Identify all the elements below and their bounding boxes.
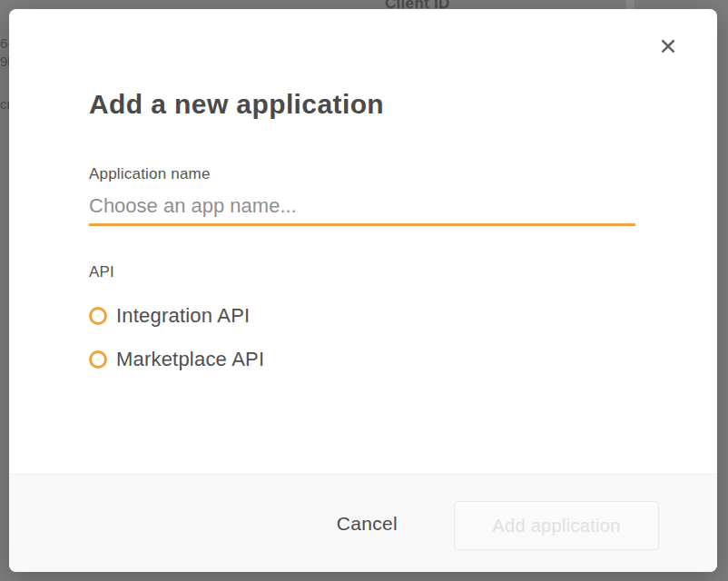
cancel-button[interactable]: Cancel <box>337 513 398 535</box>
modal-footer: Cancel Add application <box>9 474 717 572</box>
radio-unselected-icon[interactable] <box>89 307 107 325</box>
radio-option-label: Integration API <box>116 304 250 328</box>
modal-title: Add a new application <box>89 89 384 120</box>
api-label: API <box>89 263 114 281</box>
application-name-label: Application name <box>89 165 211 183</box>
radio-option-integration-api[interactable]: Integration API <box>89 304 250 328</box>
close-icon[interactable]: ✕ <box>655 34 681 60</box>
application-name-input[interactable] <box>89 189 635 226</box>
radio-option-marketplace-api[interactable]: Marketplace API <box>89 348 264 371</box>
background-column-divider <box>626 0 635 9</box>
radio-unselected-icon[interactable] <box>89 350 107 369</box>
radio-option-label: Marketplace API <box>116 348 264 371</box>
add-application-button[interactable]: Add application <box>454 501 659 550</box>
add-application-modal: ✕ Add a new application Application name… <box>9 9 717 572</box>
dimmed-backdrop: { "background": { "client_id_label": "Cl… <box>0 0 728 581</box>
